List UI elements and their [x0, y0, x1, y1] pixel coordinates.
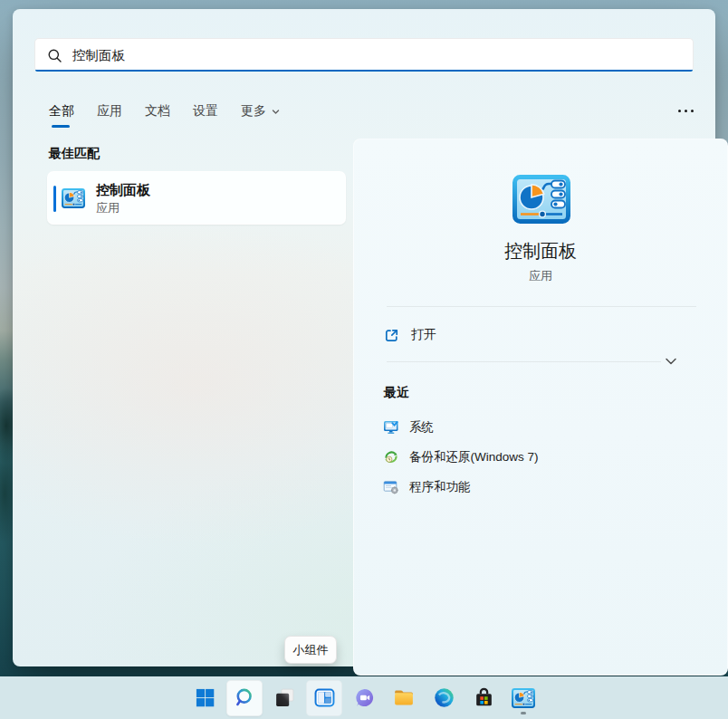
recent-heading: 最近: [384, 385, 409, 401]
folder-icon: [392, 686, 416, 709]
divider: [387, 306, 696, 307]
taskbar-edge-button[interactable]: [426, 680, 462, 716]
taskbar-desktop-app-button[interactable]: [266, 680, 302, 716]
divider: [387, 361, 661, 362]
chat-icon: [353, 686, 376, 709]
running-app-indicator: [521, 712, 526, 714]
search-box-accent-underline: [35, 70, 693, 72]
microsoft-store-icon: [473, 686, 495, 709]
taskbar: [0, 676, 728, 719]
recent-list: 系统 备份和还原(Windows 7): [354, 412, 727, 502]
best-match-title: 控制面板: [96, 181, 150, 198]
taskbar-control-panel-button[interactable]: [505, 680, 541, 716]
recent-item-backup-restore[interactable]: 备份和还原(Windows 7): [354, 442, 727, 472]
detail-panel: 控制面板 应用 打开 最近: [353, 139, 728, 676]
chevron-down-icon: [271, 107, 281, 117]
recent-item-label: 程序和功能: [409, 479, 471, 495]
best-match-text: 控制面板 应用: [96, 181, 150, 216]
taskbar-store-button[interactable]: [465, 680, 502, 716]
widgets-tooltip: 小组件: [284, 636, 337, 664]
control-panel-icon-large: [512, 175, 570, 224]
best-match-heading: 最佳匹配: [49, 146, 100, 162]
taskbar-icon-row: [0, 676, 728, 719]
tab-more[interactable]: 更多: [241, 103, 281, 120]
search-input[interactable]: [72, 48, 693, 62]
search-filter-tabs: 全部 应用 文档 设置 更多: [49, 103, 281, 120]
active-tab-indicator: [52, 125, 70, 128]
open-action[interactable]: 打开: [384, 321, 436, 349]
tab-apps-label: 应用: [97, 103, 122, 120]
search-icon: [47, 48, 62, 63]
desktop-icon: [273, 686, 296, 709]
programs-features-icon: [383, 479, 399, 494]
more-options-button[interactable]: [674, 105, 698, 117]
backup-restore-icon: [383, 449, 399, 465]
search-icon: [234, 686, 256, 709]
edge-browser-icon: [433, 686, 455, 709]
taskbar-chat-button[interactable]: [346, 680, 382, 716]
tab-all[interactable]: 全部: [49, 103, 74, 120]
tab-documents-label: 文档: [145, 103, 170, 120]
windows-logo-icon: [195, 687, 216, 708]
recent-item-label: 备份和还原(Windows 7): [409, 449, 539, 465]
best-match-subtitle: 应用: [96, 200, 150, 216]
open-action-label: 打开: [411, 327, 436, 343]
tab-settings-label: 设置: [193, 103, 218, 120]
best-match-item[interactable]: 控制面板 应用: [47, 171, 346, 225]
tab-settings[interactable]: 设置: [193, 103, 218, 120]
tab-more-label: 更多: [241, 103, 266, 120]
search-flyout-panel: 全部 应用 文档 设置 更多 最佳匹配 控制面板 应用: [13, 9, 715, 666]
detail-app-title: 控制面板: [354, 239, 727, 264]
tab-apps[interactable]: 应用: [97, 103, 122, 120]
open-external-icon: [384, 328, 399, 343]
expand-actions-button[interactable]: [663, 353, 679, 369]
widgets-icon: [313, 686, 336, 709]
tab-documents[interactable]: 文档: [145, 103, 170, 120]
control-panel-icon: [62, 188, 85, 208]
chevron-down-icon: [663, 353, 679, 369]
detail-app-type: 应用: [354, 268, 727, 284]
taskbar-file-explorer-button[interactable]: [386, 680, 422, 716]
recent-item-label: 系统: [409, 419, 434, 436]
taskbar-start-button[interactable]: [187, 680, 223, 716]
taskbar-widgets-button[interactable]: [306, 680, 342, 716]
more-options-icon: [678, 110, 681, 112]
recent-item-system[interactable]: 系统: [354, 412, 727, 442]
selection-accent-bar: [53, 186, 56, 212]
taskbar-search-button[interactable]: [226, 680, 263, 716]
control-panel-icon: [512, 688, 535, 708]
recent-item-programs-features[interactable]: 程序和功能: [354, 472, 727, 502]
search-box[interactable]: [34, 38, 694, 72]
system-icon: [383, 419, 399, 435]
tab-all-label: 全部: [49, 103, 74, 120]
